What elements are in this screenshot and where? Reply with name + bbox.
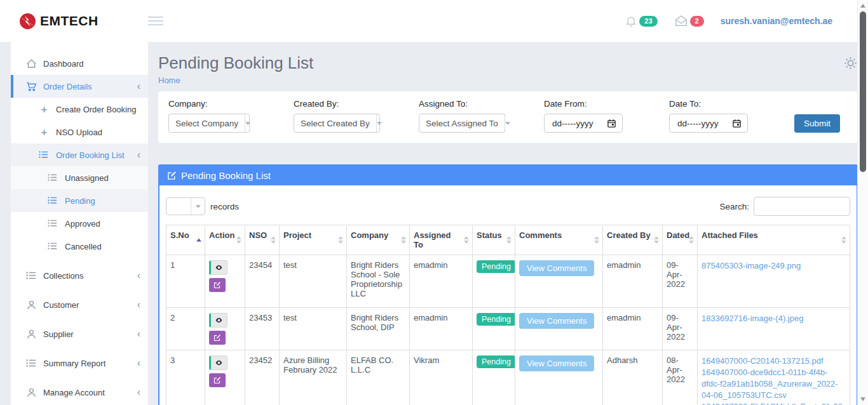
booking-list-panel: Pending Booking List records Search: bbox=[158, 164, 858, 405]
attached-file-link[interactable]: 1649407000-C20140-137215.pdf bbox=[702, 355, 846, 367]
sidebar-item-summary-report[interactable]: Summary Report ‹ bbox=[11, 352, 148, 375]
home-icon bbox=[26, 58, 37, 69]
sidebar-item-unassigned[interactable]: Unassigned bbox=[11, 166, 148, 189]
sidebar-item-label: Supplier bbox=[43, 329, 74, 339]
page-title: Pending Booking List bbox=[158, 53, 313, 73]
cell-project: test bbox=[280, 308, 347, 350]
date-from-input[interactable]: dd-----yyyy bbox=[544, 114, 623, 133]
sidebar-item-pending[interactable]: Pending bbox=[11, 189, 148, 212]
notifications-count-badge: 23 bbox=[639, 16, 657, 27]
col-header-project[interactable]: Project bbox=[280, 225, 347, 255]
sort-asc-icon bbox=[196, 239, 201, 242]
envelope-icon bbox=[674, 14, 688, 28]
sidebar-item-collections[interactable]: Collections ‹ bbox=[11, 264, 148, 287]
sidebar-item-cancelled[interactable]: Cancelled bbox=[11, 235, 148, 258]
sidebar-item-order-booking-list[interactable]: Order Booking List ‹ bbox=[11, 143, 148, 166]
records-label: records bbox=[210, 202, 239, 211]
col-header-nso[interactable]: NSO bbox=[245, 225, 280, 255]
col-header-dated[interactable]: Dated bbox=[663, 225, 698, 255]
view-button[interactable] bbox=[209, 355, 227, 370]
search-input[interactable] bbox=[754, 197, 850, 216]
filter-assigned-to: Assigned To: Select Assigned To bbox=[419, 99, 544, 133]
settings-gear-icon[interactable] bbox=[843, 56, 858, 73]
col-header-company[interactable]: Company bbox=[347, 225, 410, 255]
view-button[interactable] bbox=[209, 260, 227, 275]
user-email-link[interactable]: suresh.vanian@emtech.ae bbox=[721, 16, 832, 26]
sidebar-item-manage-account[interactable]: Manage Account ‹ bbox=[11, 381, 148, 404]
assigned-to-select[interactable]: Select Assigned To bbox=[419, 114, 505, 133]
edit-button[interactable] bbox=[209, 331, 226, 345]
cart-icon bbox=[26, 81, 37, 92]
edit-button[interactable] bbox=[209, 373, 226, 387]
eye-icon bbox=[215, 263, 223, 272]
view-comments-button[interactable]: View Comments bbox=[519, 260, 594, 276]
edit-icon bbox=[214, 281, 221, 289]
edit-button[interactable] bbox=[209, 278, 226, 292]
sidebar-item-order-details[interactable]: Order Details ‹ bbox=[11, 75, 148, 98]
user-icon bbox=[26, 300, 37, 310]
cell-sno: 3 bbox=[166, 350, 205, 405]
view-comments-button[interactable]: View Comments bbox=[519, 355, 594, 371]
submit-button[interactable]: Submit bbox=[794, 114, 840, 133]
sidebar-item-label: Cancelled bbox=[65, 242, 102, 251]
col-header-action[interactable]: Action bbox=[205, 225, 245, 255]
sidebar-container: Dashboard Order Details ‹ + Create Order… bbox=[0, 42, 148, 405]
sidebar-item-label: Unassigned bbox=[65, 173, 109, 183]
col-header-status[interactable]: Status bbox=[473, 225, 515, 255]
sidebar-item-label: NSO Upload bbox=[56, 128, 102, 137]
list-icon bbox=[26, 270, 37, 281]
bell-icon bbox=[625, 15, 637, 27]
chevron-left-icon: ‹ bbox=[137, 270, 140, 281]
col-header-assigned-to[interactable]: Assigned To bbox=[410, 225, 473, 255]
sidebar-item-approved[interactable]: Approved bbox=[11, 212, 148, 235]
booking-table: S.No Action NSO Project Company Assigned… bbox=[166, 225, 850, 405]
sidebar-item-customer[interactable]: Customer ‹ bbox=[11, 293, 148, 316]
sidebar-item-dashboard[interactable]: Dashboard bbox=[11, 52, 148, 75]
calendar-icon[interactable] bbox=[607, 119, 616, 128]
user-icon bbox=[26, 387, 37, 398]
chevron-down-icon bbox=[505, 114, 510, 132]
date-from-label: Date From: bbox=[544, 99, 669, 109]
notifications-button[interactable]: 23 bbox=[625, 15, 657, 27]
calendar-icon[interactable] bbox=[732, 119, 742, 128]
attached-file-link[interactable]: 1649407000-ELFABMiddleEast_01-03-2022_01… bbox=[702, 401, 846, 405]
cell-assigned-to: Vikram bbox=[410, 350, 473, 405]
cell-attached-files: 1833692716-image-(4).jpeg bbox=[698, 308, 850, 350]
col-header-comments[interactable]: Comments bbox=[515, 225, 603, 255]
chevron-left-icon: ‹ bbox=[137, 387, 140, 397]
attached-file-link[interactable]: 1649407000-dce9dcc1-011b-4f4b-dfdc-f2a91… bbox=[702, 367, 846, 401]
sidebar-item-label: Customer bbox=[43, 300, 79, 310]
eye-icon bbox=[215, 316, 223, 324]
scroll-down-arrow-icon[interactable] bbox=[860, 397, 865, 401]
sidebar-item-label: Pending bbox=[65, 196, 95, 206]
cell-action bbox=[205, 350, 245, 405]
view-button[interactable] bbox=[209, 313, 227, 328]
attached-file-link[interactable]: 875405303-image-249.png bbox=[702, 260, 846, 272]
col-header-created-by[interactable]: Created By bbox=[603, 225, 663, 255]
view-comments-button[interactable]: View Comments bbox=[519, 313, 594, 329]
company-select[interactable]: Select Company bbox=[168, 114, 250, 133]
filter-date-from: Date From: dd-----yyyy bbox=[544, 99, 669, 133]
created-by-select[interactable]: Select Created By bbox=[294, 114, 380, 133]
sidebar-item-create-order-booking[interactable]: + Create Order Booking bbox=[11, 98, 148, 121]
messages-button[interactable]: 2 bbox=[674, 14, 704, 28]
menu-toggle-icon[interactable] bbox=[148, 14, 163, 28]
col-header-sno[interactable]: S.No bbox=[166, 225, 205, 255]
date-to-input[interactable]: dd-----yyyy bbox=[669, 114, 748, 133]
cell-nso: 23452 bbox=[245, 350, 280, 405]
chevron-down-icon bbox=[376, 114, 382, 132]
chevron-left-icon: ‹ bbox=[137, 300, 140, 310]
sidebar-item-nso-upload[interactable]: + NSO Upload bbox=[11, 121, 148, 143]
app-window: EMTECH 23 2 suresh.vanian@emtech.ae bbox=[0, 0, 868, 405]
col-header-attached-files[interactable]: Attached Files bbox=[698, 225, 850, 255]
scrollbar-thumb[interactable] bbox=[860, 11, 866, 172]
cell-created-by: emadmin bbox=[603, 308, 663, 350]
chevron-left-icon: ‹ bbox=[137, 329, 140, 339]
edit-icon bbox=[214, 334, 221, 342]
records-per-page-select[interactable] bbox=[166, 197, 205, 215]
sidebar-item-supplier[interactable]: Supplier ‹ bbox=[11, 322, 148, 345]
vertical-scrollbar[interactable] bbox=[857, 0, 868, 405]
breadcrumb[interactable]: Home bbox=[158, 76, 180, 85]
attached-file-link[interactable]: 1833692716-image-(4).jpeg bbox=[702, 313, 846, 324]
scroll-up-arrow-icon[interactable] bbox=[860, 4, 865, 8]
